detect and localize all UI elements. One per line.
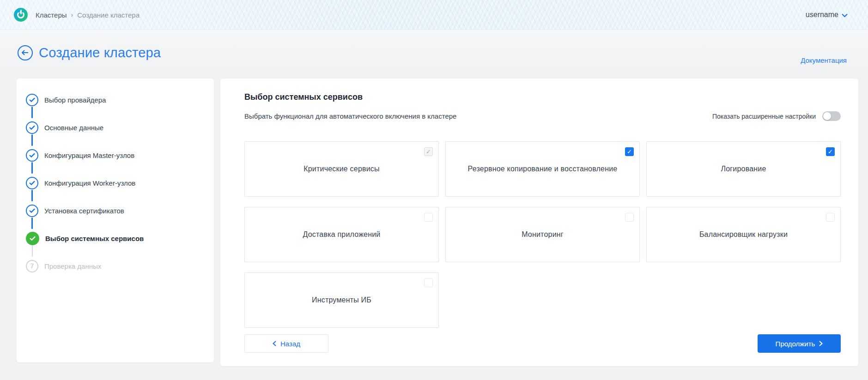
service-card[interactable]: Балансировщик нагрузки ✓: [646, 207, 841, 262]
step-label: Конфигурация Worker-узлов: [44, 179, 135, 187]
service-label: Резервное копирование и восстановление: [468, 165, 618, 173]
stepper-step[interactable]: Конфигурация Worker-узлов: [17, 169, 214, 197]
stepper-step[interactable]: Конфигурация Master-узлов: [17, 141, 214, 169]
step-label: Основные данные: [44, 124, 103, 132]
chevron-right-icon: [819, 341, 823, 346]
stepper: Выбор провайдера Основные данные Конфигу…: [17, 78, 214, 280]
breadcrumb-current: Создание кластера: [77, 11, 140, 19]
service-card[interactable]: Резервное копирование и восстановление ✓: [445, 141, 640, 197]
breadcrumb: Кластеры › Создание кластера: [36, 11, 140, 19]
service-label: Мониторинг: [522, 230, 564, 239]
service-checkbox[interactable]: ✓: [826, 213, 835, 222]
logo-stem: [20, 10, 22, 14]
step-label: Установка сертификатов: [44, 207, 124, 215]
service-card[interactable]: Инструменты ИБ ✓: [244, 272, 439, 328]
documentation-link[interactable]: Документация: [801, 56, 847, 64]
step-status-icon: 7: [26, 260, 38, 272]
chevron-down-icon: [842, 13, 848, 18]
service-checkbox[interactable]: ✓: [424, 147, 433, 156]
panel-subtitle: Выбрать функционал для автоматического в…: [244, 112, 456, 120]
continue-button-label: Продолжить: [776, 340, 815, 348]
services-panel: Выбор системных сервисов Выбрать функцио…: [220, 78, 858, 366]
step-status-icon: [26, 205, 38, 217]
user-menu[interactable]: username: [806, 11, 848, 19]
continue-button[interactable]: Продолжить: [758, 334, 841, 353]
back-button[interactable]: Назад: [244, 334, 328, 353]
step-label: Выбор системных сервисов: [45, 235, 144, 242]
service-checkbox[interactable]: ✓: [625, 213, 634, 222]
chevron-left-icon: [273, 341, 276, 346]
step-label: Конфигурация Master-узлов: [44, 151, 134, 159]
service-label: Доставка приложений: [303, 230, 380, 239]
step-number: 7: [30, 262, 34, 270]
user-name: username: [806, 11, 838, 19]
stepper-step[interactable]: 7 Проверка данных: [17, 252, 214, 280]
service-label: Инструменты ИБ: [312, 296, 371, 304]
chevron-right-icon: ›: [71, 11, 73, 18]
service-checkbox[interactable]: ✓: [424, 213, 433, 222]
check-icon: [30, 236, 36, 241]
stepper-step[interactable]: Основные данные: [17, 114, 214, 141]
panel-footer: Назад Продолжить: [244, 334, 841, 353]
page-title: Создание кластера: [39, 45, 161, 60]
step-status-icon: [26, 94, 38, 106]
service-card[interactable]: Доставка приложений ✓: [244, 207, 439, 262]
check-icon: [29, 153, 35, 157]
service-card[interactable]: Мониторинг ✓: [445, 207, 640, 262]
topbar: Кластеры › Создание кластера username: [0, 0, 868, 30]
advanced-settings-toggle-row: Показать расширенные настройки: [712, 111, 841, 121]
step-status-icon: [26, 149, 38, 162]
step-label: Выбор провайдера: [44, 96, 106, 104]
service-checkbox[interactable]: ✓: [424, 278, 433, 287]
breadcrumb-clusters[interactable]: Кластеры: [36, 11, 67, 19]
panel-title: Выбор системных сервисов: [244, 92, 841, 102]
service-label: Логирование: [721, 165, 766, 173]
stepper-step[interactable]: Выбор провайдера: [17, 86, 214, 114]
advanced-settings-toggle[interactable]: [822, 111, 841, 121]
back-button-label: Назад: [280, 340, 300, 348]
service-label: Критические сервисы: [303, 165, 379, 173]
arrow-left-icon: [22, 50, 29, 55]
back-circle-button[interactable]: [18, 45, 33, 60]
toggle-knob: [823, 112, 831, 120]
service-card[interactable]: Критические сервисы ✓: [244, 141, 439, 197]
check-icon: [29, 125, 35, 130]
service-checkbox[interactable]: ✓: [625, 147, 634, 156]
services-grid: Критические сервисы ✓ Резервное копирова…: [244, 141, 841, 328]
stepper-sidebar: Выбор провайдера Основные данные Конфигу…: [17, 78, 214, 362]
stepper-step[interactable]: Установка сертификатов: [17, 197, 214, 224]
page-header: Создание кластера Документация: [0, 30, 868, 67]
service-card[interactable]: Логирование ✓: [646, 141, 841, 197]
step-status-icon: [26, 232, 39, 245]
step-label: Проверка данных: [44, 262, 101, 270]
app-logo-icon[interactable]: [14, 8, 28, 22]
service-label: Балансировщик нагрузки: [699, 230, 788, 239]
step-status-icon: [26, 121, 38, 134]
advanced-settings-label: Показать расширенные настройки: [712, 113, 816, 120]
stepper-step[interactable]: Выбор системных сервисов: [17, 224, 214, 252]
check-icon: [29, 97, 35, 102]
step-status-icon: [26, 177, 38, 189]
check-icon: [29, 208, 35, 213]
check-icon: [29, 181, 35, 185]
service-checkbox[interactable]: ✓: [826, 147, 835, 156]
